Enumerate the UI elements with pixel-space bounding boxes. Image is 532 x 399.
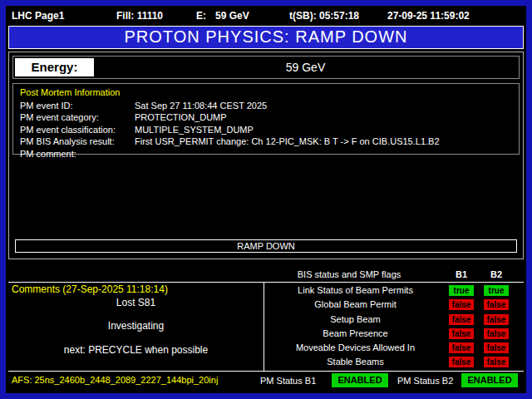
bis-b2-flag: false: [484, 357, 509, 367]
pm-row-classification: PM event classification: MULTIPLE_SYSTEM…: [20, 124, 512, 135]
bis-row-moveable-devices: Moveable Devices Allowed In false false: [266, 341, 520, 355]
post-mortem-heading: Post Mortem Information: [20, 87, 512, 97]
bis-b2-flag: false: [484, 328, 509, 339]
comment-line: Lost S81: [8, 297, 264, 308]
comment-line: Investigating: [8, 320, 264, 332]
datetime: 27-09-25 11:59:02: [387, 10, 470, 22]
pm-status-b2-value: ENABLED: [461, 373, 518, 387]
bis-row-label: Moveable Devices Allowed In: [266, 342, 445, 352]
bis-column-b1: B1: [449, 269, 474, 279]
bis-b2-flag: true: [484, 285, 509, 296]
pm-row-comment: PM comment:: [20, 148, 512, 160]
pm-event-id-label: PM event ID:: [20, 100, 135, 111]
bis-row-label: Link Status of Beam Permits: [266, 285, 445, 295]
pm-bis-analysis-value: First USR_PERMIT change: Ch 12-PIC_MSK: …: [135, 135, 440, 147]
bis-row-label: Stable Beams: [266, 357, 445, 367]
bis-table: Link Status of Beam Permits true true Gl…: [266, 283, 520, 370]
pm-status-b1-value: ENABLED: [332, 373, 388, 387]
pm-row-event-id: PM event ID: Sat Sep 27 11:08:44 CEST 20…: [20, 100, 512, 111]
energy-panel-value: 59 GeV: [94, 58, 517, 76]
bis-row-setup-beam: Setup Beam false false: [266, 313, 520, 327]
bis-b1-flag: false: [449, 314, 474, 325]
divider-vertical: [264, 282, 264, 371]
time-in-stable-beams: t(SB): 05:57:18: [289, 10, 359, 22]
main-panel: Energy: 59 GeV Post Mortem Information P…: [8, 52, 524, 259]
bis-row-global-permit: Global Beam Permit false false: [266, 298, 520, 312]
bis-b1-flag: false: [449, 299, 474, 310]
divider-footer: [8, 371, 524, 372]
divider-horizontal: [8, 282, 524, 283]
pm-comment-label: PM comment:: [20, 148, 135, 160]
pm-status-b1-label: PM Status B1: [260, 376, 316, 386]
bis-row-stable-beams: Stable Beams false false: [266, 355, 520, 369]
bis-b2-flag: false: [484, 299, 509, 310]
beam-mode-box: RAMP DOWN: [15, 239, 517, 253]
post-mortem-panel: Post Mortem Information PM event ID: Sat…: [12, 83, 520, 155]
bis-b2-flag: false: [484, 342, 509, 353]
pm-status-b2-label: PM Status B2: [397, 376, 453, 386]
lhc-page1-screen: LHC Page1 Fill: 11110 E: 59 GeV t(SB): 0…: [0, 0, 532, 399]
bis-row-label: Setup Beam: [266, 314, 445, 324]
pm-category-label: PM event category:: [20, 111, 135, 123]
pm-category-value: PROTECTION_DUMP: [135, 111, 227, 123]
bis-b2-flag: false: [484, 314, 509, 325]
app-title: LHC Page1: [12, 10, 64, 22]
energy-panel: Energy: 59 GeV: [12, 56, 520, 79]
fill-number: Fill: 11110: [116, 10, 163, 22]
bis-row-label: Beam Presence: [266, 328, 445, 338]
pm-event-id-value: Sat Sep 27 11:08:44 CEST 2025: [135, 100, 267, 111]
bis-row-label: Global Beam Permit: [266, 299, 445, 309]
pm-classification-value: MULTIPLE_SYSTEM_DUMP: [135, 124, 254, 135]
pm-classification-label: PM event classification:: [20, 124, 135, 135]
pm-row-bis-analysis: PM BIS Analysis result: First USR_PERMIT…: [20, 135, 512, 147]
bis-row-link-status: Link Status of Beam Permits true true: [266, 283, 520, 298]
energy-value: 59 GeV: [215, 10, 249, 22]
pm-bis-analysis-label: PM BIS Analysis result:: [20, 135, 135, 147]
bis-heading: BIS status and SMP flags: [266, 269, 432, 279]
pm-row-category: PM event category: PROTECTION_DUMP: [20, 111, 512, 123]
bis-b1-flag: false: [449, 328, 474, 339]
afs-scheme: AFS: 25ns_2460b_2448_2089_2227_144bpi_20…: [12, 375, 218, 385]
comment-line: next: PRECYCLE when possible: [8, 344, 264, 356]
energy-panel-label: Energy:: [15, 58, 94, 76]
bis-b1-flag: false: [449, 342, 474, 353]
bis-b1-flag: true: [449, 285, 474, 296]
bis-row-beam-presence: Beam Presence false false: [266, 327, 520, 341]
beam-mode-banner: PROTON PHYSICS: RAMP DOWN: [8, 26, 524, 49]
energy-label: E:: [196, 10, 206, 22]
bis-column-b2: B2: [484, 269, 509, 279]
bis-b1-flag: false: [449, 357, 474, 367]
comments-heading: Comments (27-Sep-2025 11:18:14): [12, 283, 168, 295]
